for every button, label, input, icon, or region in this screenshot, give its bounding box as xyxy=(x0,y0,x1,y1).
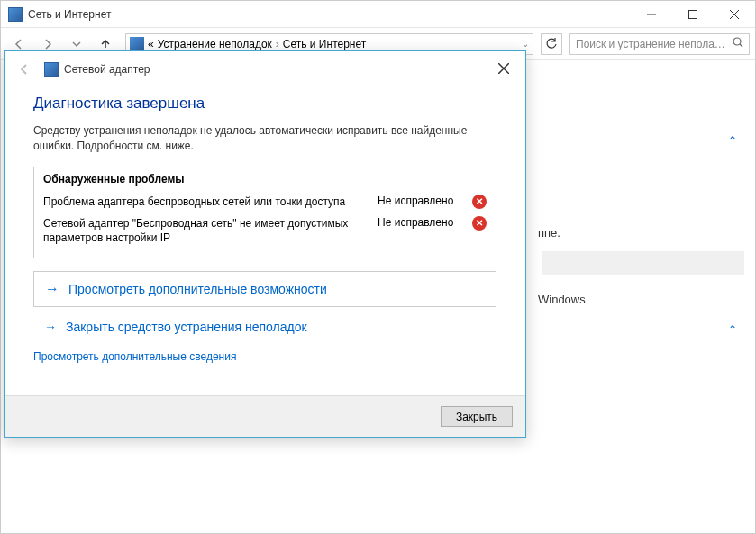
network-adapter-icon xyxy=(44,62,59,77)
close-button[interactable]: Закрыть xyxy=(441,406,513,427)
view-details-link[interactable]: Просмотреть дополнительные сведения xyxy=(33,350,496,363)
breadcrumb-icon xyxy=(130,37,144,51)
problems-header: Обнаруженные проблемы xyxy=(43,173,487,186)
accordion-collapse-icon[interactable]: ⌃ xyxy=(728,134,737,147)
minimize-button[interactable] xyxy=(631,1,672,28)
chevron-down-icon[interactable]: ⌄ xyxy=(522,39,529,49)
search-input[interactable]: Поиск и устранение неполад... xyxy=(569,33,750,55)
svg-line-5 xyxy=(740,44,742,47)
search-icon xyxy=(733,37,743,50)
error-icon: ✕ xyxy=(472,216,487,231)
problems-box: Обнаруженные проблемы Проблема адаптера … xyxy=(33,167,496,259)
dialog-title: Сетевой адаптер xyxy=(64,63,518,76)
bg-text: ппе. xyxy=(538,226,560,240)
view-more-options-box[interactable]: → Просмотреть дополнительные возможности xyxy=(33,271,496,307)
arrow-right-icon: → xyxy=(45,281,59,297)
diagnostic-description: Средству устранения неполадок не удалось… xyxy=(33,123,496,154)
control-panel-icon xyxy=(8,7,23,22)
arrow-right-icon: → xyxy=(44,320,57,334)
problem-status: Не исправлено xyxy=(378,216,463,229)
bg-option-bar[interactable] xyxy=(542,251,744,275)
action-label: Закрыть средство устранения неполадок xyxy=(66,320,307,334)
window-close-button[interactable] xyxy=(714,1,755,28)
problem-description: Проблема адаптера беспроводных сетей или… xyxy=(43,195,369,209)
dialog-footer: Закрыть xyxy=(5,395,525,437)
close-troubleshooter-link[interactable]: → Закрыть средство устранения неполадок xyxy=(33,320,496,334)
diagnostic-heading: Диагностика завершена xyxy=(33,95,496,113)
dialog-body: Диагностика завершена Средству устранени… xyxy=(5,87,525,395)
action-label: Просмотреть дополнительные возможности xyxy=(68,282,327,296)
maximize-button[interactable] xyxy=(672,1,714,28)
chevron-right-icon: › xyxy=(276,38,279,50)
parent-window-title: Сеть и Интернет xyxy=(28,8,631,21)
dialog-close-button[interactable] xyxy=(486,55,522,82)
dialog-titlebar: Сетевой адаптер xyxy=(5,51,525,87)
problem-status: Не исправлено xyxy=(378,195,463,207)
search-placeholder: Поиск и устранение неполад... xyxy=(576,38,729,50)
svg-rect-1 xyxy=(689,10,697,18)
svg-point-4 xyxy=(733,38,741,45)
parent-titlebar: Сеть и Интернет xyxy=(1,1,755,28)
problem-row[interactable]: Сетевой адаптер "Беспроводная сеть" не и… xyxy=(43,213,487,249)
troubleshooter-dialog: Сетевой адаптер Диагностика завершена Ср… xyxy=(4,50,526,438)
breadcrumb-prefix: « xyxy=(148,38,154,50)
problem-row[interactable]: Проблема адаптера беспроводных сетей или… xyxy=(43,191,487,213)
error-icon: ✕ xyxy=(472,195,487,209)
view-more-options-link[interactable]: → Просмотреть дополнительные возможности xyxy=(45,281,485,297)
accordion-collapse-icon[interactable]: ⌃ xyxy=(728,323,737,336)
dialog-back-button[interactable] xyxy=(12,57,37,82)
refresh-button[interactable] xyxy=(541,33,562,55)
breadcrumb-item[interactable]: Сеть и Интернет xyxy=(283,38,366,50)
problem-description: Сетевой адаптер "Беспроводная сеть" не и… xyxy=(43,216,369,245)
breadcrumb-item[interactable]: Устранение неполадок xyxy=(158,38,272,50)
bg-text: Windows. xyxy=(538,293,588,306)
